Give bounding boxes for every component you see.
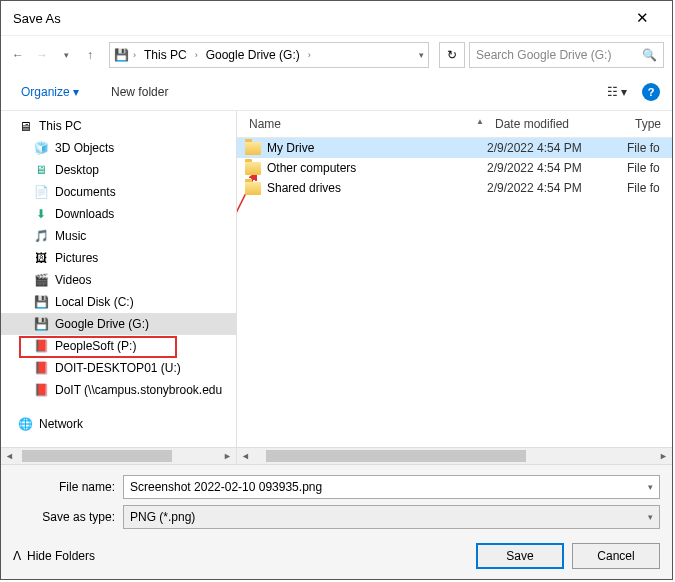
scroll-right-icon[interactable]: ► [655,451,672,461]
tree-item[interactable]: Local Disk (C:) [1,291,236,313]
dl-icon [33,206,49,222]
tree-item[interactable]: 3D Objects [1,137,236,159]
tree-item[interactable]: Downloads [1,203,236,225]
tree-item-label: Music [55,229,86,243]
tree-item[interactable]: DOIT-DESKTOP01 (U:) [1,357,236,379]
view-options-button[interactable]: ☷ ▾ [600,80,634,104]
organize-menu[interactable]: Organize ▾ [13,81,87,103]
refresh-button[interactable]: ↻ [439,42,465,68]
nav-back-icon[interactable]: ← [9,46,27,64]
help-icon[interactable]: ? [642,83,660,101]
file-type: File fo [627,181,672,195]
search-icon: 🔍 [642,48,657,62]
tree-item[interactable]: Music [1,225,236,247]
tree-item[interactable]: PeopleSoft (P:) [1,335,236,357]
chevron-right-icon: › [308,50,311,60]
vid-icon [33,272,49,288]
pc-icon [17,118,33,134]
file-row[interactable]: Other computers2/9/2022 4:54 PMFile fo [237,158,672,178]
pic-icon [33,250,49,266]
nav-up-icon[interactable]: ↑ [81,46,99,64]
tree-item-label: Google Drive (G:) [55,317,149,331]
search-input[interactable]: Search Google Drive (G:) 🔍 [469,42,664,68]
scrollbar-horizontal[interactable] [18,448,219,464]
tree-item-label: Downloads [55,207,114,221]
file-type: File fo [627,141,672,155]
tree-item-label: Documents [55,185,116,199]
music-icon [33,228,49,244]
file-date: 2/9/2022 4:54 PM [487,141,627,155]
tree-item-label: DoIT (\\campus.stonybrook.edu [55,383,222,397]
file-name: Other computers [267,161,356,175]
file-row[interactable]: My Drive2/9/2022 4:54 PMFile fo [237,138,672,158]
doc-icon [33,184,49,200]
filetype-select[interactable]: PNG (*.png) ▾ [123,505,660,529]
chevron-down-icon[interactable]: ▾ [648,512,653,522]
tree-item-label: Local Disk (C:) [55,295,134,309]
tree-item-label: This PC [39,119,82,133]
file-row[interactable]: Shared drives2/9/2022 4:54 PMFile fo [237,178,672,198]
tree-item[interactable]: This PC [1,115,236,137]
new-folder-button[interactable]: New folder [103,81,176,103]
sort-caret-icon: ▲ [473,111,487,137]
drive-icon: 💾 [114,48,129,62]
3d-icon [33,140,49,156]
filename-input[interactable]: Screenshot 2022-02-10 093935.png ▾ [123,475,660,499]
filename-value: Screenshot 2022-02-10 093935.png [130,480,322,494]
app-icon [33,382,49,398]
scroll-left-icon[interactable]: ◄ [1,451,18,461]
tree-item-label: Network [39,417,83,431]
hide-folders-label: Hide Folders [27,549,95,563]
tree-item-label: 3D Objects [55,141,114,155]
chevron-right-icon: › [133,50,136,60]
filetype-label: Save as type: [13,510,123,524]
hide-folders-toggle[interactable]: ᐱ Hide Folders [13,549,95,563]
folder-icon [245,182,261,195]
file-name: Shared drives [267,181,341,195]
tree-item[interactable]: Network [1,413,236,435]
drv-icon [33,316,49,332]
file-date: 2/9/2022 4:54 PM [487,181,627,195]
nav-recent-icon[interactable]: ▾ [57,46,75,64]
column-header-name[interactable]: Name [237,111,473,137]
tree-item[interactable]: Desktop [1,159,236,181]
file-name: My Drive [267,141,314,155]
scroll-left-icon[interactable]: ◄ [237,451,254,461]
app-icon [33,338,49,354]
tree-item[interactable]: Pictures [1,247,236,269]
folder-tree[interactable]: This PC3D ObjectsDesktopDocumentsDownloa… [1,111,237,464]
column-header-date[interactable]: Date modified [487,111,627,137]
desk-icon [33,162,49,178]
tree-item[interactable]: Videos [1,269,236,291]
file-type: File fo [627,161,672,175]
chevron-down-icon[interactable]: ▾ [648,482,653,492]
tree-item[interactable]: Google Drive (G:) [1,313,236,335]
disk-icon [33,294,49,310]
save-button[interactable]: Save [476,543,564,569]
cancel-button[interactable]: Cancel [572,543,660,569]
breadcrumb-item[interactable]: This PC [140,46,191,64]
filetype-value: PNG (*.png) [130,510,195,524]
tree-item[interactable]: DoIT (\\campus.stonybrook.edu [1,379,236,401]
close-button[interactable]: ✕ [622,9,662,27]
net-icon [17,416,33,432]
scroll-right-icon[interactable]: ► [219,451,236,461]
chevron-down-icon[interactable]: ▾ [419,50,424,60]
app-icon [33,360,49,376]
breadcrumb-item[interactable]: Google Drive (G:) [202,46,304,64]
chevron-up-icon: ᐱ [13,549,21,563]
search-placeholder: Search Google Drive (G:) [476,48,611,62]
column-header-type[interactable]: Type [627,111,672,137]
chevron-right-icon: › [195,50,198,60]
tree-item[interactable]: Documents [1,181,236,203]
tree-item-label: Desktop [55,163,99,177]
tree-item-label: Videos [55,273,91,287]
file-date: 2/9/2022 4:54 PM [487,161,627,175]
folder-icon [245,162,261,175]
address-bar[interactable]: 💾 › This PC › Google Drive (G:) › ▾ [109,42,429,68]
tree-item-label: Pictures [55,251,98,265]
filename-label: File name: [13,480,123,494]
tree-item-label: DOIT-DESKTOP01 (U:) [55,361,181,375]
scrollbar-horizontal[interactable] [254,448,655,464]
tree-item-label: PeopleSoft (P:) [55,339,136,353]
